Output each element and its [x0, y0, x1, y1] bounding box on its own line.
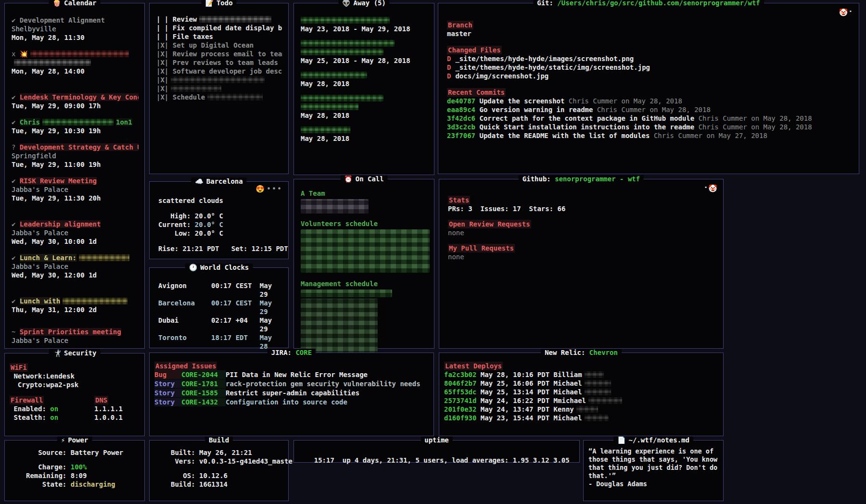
deploy-row[interactable]: 201f0e32 May 24, 13:47 PDT Kenny: [444, 405, 717, 414]
jira-panel-title: JIRA: CORE: [267, 349, 316, 357]
firewall-header: Firewall: [10, 396, 44, 404]
away-entry[interactable]: May 28, 2018: [301, 126, 428, 143]
wifi-header: WiFi: [10, 363, 28, 372]
commit-row[interactable]: 3f42dc6 Correct path for the context pac…: [447, 114, 853, 123]
latest-deploys-header: Latest Deploys: [444, 362, 503, 370]
assigned-issues-header: Assigned Issues: [154, 362, 217, 370]
deploy-author: Michael: [554, 379, 582, 387]
redacted-name: [301, 72, 367, 78]
away-entry[interactable]: May 28, 2018: [301, 71, 428, 88]
commit-message: Update the README with the list of modul…: [479, 132, 650, 139]
jira-issue-row[interactable]: StoryCORE-1432Configuration into source …: [154, 398, 428, 406]
calendar-event[interactable]: ✔ Lendesk Terminology & Key Conc Tue, Ma…: [12, 93, 139, 110]
calendar-event[interactable]: ? Development Strategy & Catch U Springf…: [12, 143, 139, 169]
changed-file-row[interactable]: D_site/themes/hyde-hyde/images/screensho…: [447, 54, 853, 63]
world-clocks-title: 🕐World Clocks: [185, 264, 253, 272]
remaining-value: 8:09: [66, 472, 87, 479]
calendar-event[interactable]: ✔ Leadership alignment Jabba's Palace We…: [12, 220, 139, 246]
event-datetime: Tue, May 29, 09:00 17h: [12, 101, 139, 110]
todo-item[interactable]: |X|: [156, 76, 282, 84]
clock-icon: 🕐: [189, 264, 197, 271]
deploy-row[interactable]: d160f930 May 23, 15:44 PDT Michael: [444, 414, 717, 422]
clock-date: May 29: [260, 299, 282, 316]
todo-checkbox[interactable]: |X|: [156, 67, 168, 75]
todo-checkbox[interactable]: | |: [156, 33, 168, 40]
todo-checkbox[interactable]: |X|: [156, 50, 168, 58]
my-pull-requests-header: My Pull Requests: [448, 244, 515, 252]
clock-date: May 28: [260, 333, 282, 351]
calendar-event[interactable]: ~ Sprint Priorities meeting Jabba's Pala…: [12, 328, 139, 345]
jira-issue-row[interactable]: StoryCORE-1781rack-protection gem securi…: [154, 379, 428, 388]
heart-eyes-icon: 😍: [255, 185, 265, 193]
event-title: Development Alignment: [20, 16, 105, 24]
redacted-block: [301, 299, 378, 355]
todo-checkbox[interactable]: |X|: [156, 93, 168, 101]
event-datetime: Tue, May 29, 11:00 19h: [12, 160, 139, 169]
todo-checkbox[interactable]: |X|: [156, 41, 168, 49]
calendar-event[interactable]: ✔ RISK Review Meeting Jabba's Palace Tue…: [12, 176, 139, 202]
clock-city: Toronto: [158, 333, 211, 351]
calendar-event[interactable]: ✔ Development Alignment Shelbyville Mon,…: [12, 16, 139, 42]
away-entry[interactable]: May 23, 2018 - May 29, 2018: [301, 16, 428, 33]
build-panel: Build Built: May 26, 21:21 Vers: v0.0.3-…: [149, 440, 289, 501]
jira-panel: JIRA: CORE Assigned Issues BugCORE-2044P…: [149, 353, 434, 436]
todo-checkbox[interactable]: |X|: [156, 59, 168, 66]
changed-file-row[interactable]: Ddocs/img/screenshot.jpg: [447, 72, 853, 80]
issue-key: CORE-1432: [181, 398, 226, 406]
page-icon: 📄: [617, 436, 625, 444]
todo-checkbox[interactable]: |X|: [156, 76, 168, 84]
clown-icon: 🤡: [839, 8, 848, 17]
todo-item[interactable]: |X| Schedule: [156, 93, 282, 101]
todo-item[interactable]: |X|: [156, 84, 282, 93]
uptime-panel-title: uptime: [420, 436, 453, 444]
event-location: Jabba's Palace: [12, 262, 139, 271]
away-entry[interactable]: May 25, 2018 - May 28, 2018: [301, 39, 428, 65]
build-number-label: Build:: [171, 480, 195, 488]
commit-message: Quick Start installation instructions in…: [479, 123, 694, 131]
calendar-event[interactable]: x 💥 Mon, May 28, 14:00: [12, 50, 139, 76]
calendar-event[interactable]: ✔ Chris1on1 Tue, May 29, 10:30 19h: [12, 118, 139, 135]
commit-row[interactable]: eaa89c4 Go version warning in readme Chr…: [447, 105, 853, 114]
deploy-row[interactable]: 65ff53dc May 25, 13:14 PDT Michael: [444, 388, 717, 396]
issue-type: Bug: [154, 370, 181, 379]
todo-text: Review: [168, 15, 197, 23]
dns-primary: 1.1.1.1: [94, 404, 123, 413]
my-pull-requests-value: none: [448, 252, 717, 261]
jira-issue-row[interactable]: StoryCORE-1585Restrict super-admin capab…: [154, 389, 428, 397]
deploy-row[interactable]: fa2c3b02 May 28, 10:16 PDT Billiam: [444, 370, 717, 379]
todo-item[interactable]: | | Fix compiled date display bug: [156, 24, 282, 32]
todo-item[interactable]: |X| Prev reviews to team leads: [156, 58, 282, 67]
todo-text: Prev reviews to team leads: [168, 59, 278, 66]
issue-type: Story: [154, 379, 181, 388]
todo-checkbox[interactable]: | |: [156, 24, 168, 32]
world-clocks-panel: 🕐World Clocks Avignon00:17 CESTMay 29 Ba…: [149, 267, 289, 348]
deploy-row[interactable]: 2573741d May 24, 16:22 PDT Mmichael: [444, 396, 717, 405]
git-panel: Git: /Users/chris/go/src/github.com/seno…: [438, 3, 859, 174]
security-panel: 🤺Security WiFi Network:Lendesk Crypto:wp…: [4, 353, 145, 436]
todo-item[interactable]: |X| Software developer job desc: [156, 67, 282, 76]
firewall-enabled-value: on: [50, 405, 58, 413]
jira-issue-row[interactable]: BugCORE-2044PII Data in New Relic Error …: [154, 370, 428, 379]
temp-value: 20.0° C: [191, 221, 223, 228]
todo-item[interactable]: |X| Set up Digital Ocean: [156, 41, 282, 50]
event-status-icon: x 💥: [12, 50, 28, 58]
commit-row[interactable]: 23f7067 Update the README with the list …: [447, 131, 853, 140]
todo-item[interactable]: |X| Review process email to team: [156, 50, 282, 58]
todo-item[interactable]: | | File taxes: [156, 32, 282, 41]
clock-time: 00:17 CEST: [211, 281, 260, 299]
commit-row[interactable]: de40787 Update the screenshot Chris Cumm…: [447, 97, 853, 105]
event-title-suffix: 1on1: [116, 118, 132, 126]
commit-row[interactable]: 3d3c2cb Quick Start installation instruc…: [447, 123, 853, 131]
cloud-icon: ☁️: [195, 177, 203, 185]
on-call-title: ⏰On Call: [340, 175, 387, 183]
deploy-row[interactable]: 8046f2b7 May 25, 16:06 PDT Michael: [444, 379, 717, 388]
issue-summary: PII Data in New Relic Error Message: [226, 370, 368, 379]
changed-file-row[interactable]: D_site/themes/hyde-hyde/static/img/scree…: [447, 63, 853, 72]
todo-checkbox[interactable]: | |: [156, 15, 168, 23]
changed-files-header: Changed Files: [447, 46, 502, 54]
calendar-event[interactable]: ✔ Lunch & Learn: Jabba's Palace Wed, May…: [12, 253, 139, 279]
away-entry[interactable]: May 28, 2018: [301, 94, 428, 120]
todo-item[interactable]: | | Review: [156, 15, 282, 24]
todo-checkbox[interactable]: |X|: [156, 85, 168, 92]
calendar-event[interactable]: ✔ Lunch with Thu, May 31, 12:00 2d: [12, 297, 139, 314]
